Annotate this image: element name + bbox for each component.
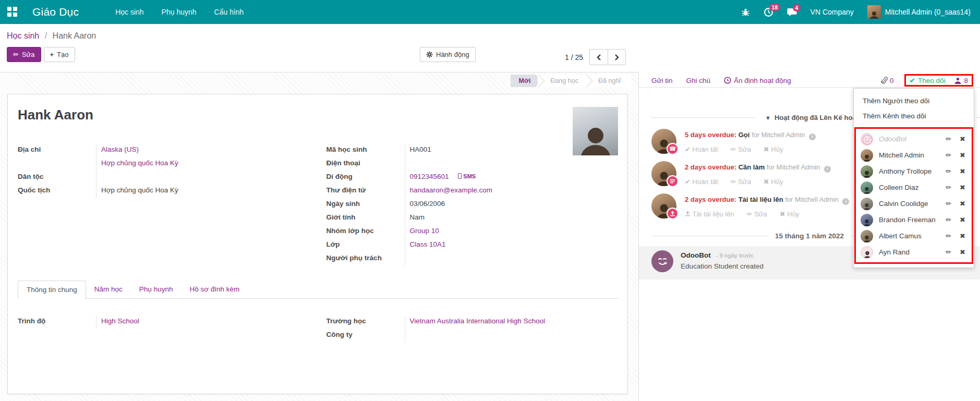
mobile-label: Di động bbox=[326, 171, 405, 180]
send-sms-button[interactable]: SMS bbox=[458, 173, 476, 179]
school-value-link[interactable]: Vietnam Australia International High Sch… bbox=[410, 317, 545, 325]
activity-upload-button[interactable]: Tải tài liệu lên bbox=[685, 210, 734, 218]
remove-follower-icon[interactable]: ✖ bbox=[960, 167, 965, 175]
follower-name[interactable]: Ayn Rand bbox=[879, 248, 937, 256]
schedule-activity-button[interactable]: Ấn định hoạt động bbox=[724, 77, 791, 84]
attachments-button[interactable]: 0 bbox=[881, 77, 894, 84]
tab-attachments[interactable]: Hồ sơ đính kèm bbox=[181, 281, 248, 299]
follower-name[interactable]: Mitchell Admin bbox=[879, 151, 937, 159]
company-switcher[interactable]: VN Company bbox=[810, 8, 854, 16]
remove-follower-icon[interactable]: ✖ bbox=[960, 184, 965, 191]
breadcrumb-separator: / bbox=[45, 31, 47, 40]
odoo-education-app: Giáo Dục Học sinh Phụ huynh Cấu hình 18 … bbox=[0, 0, 980, 401]
navbar-right: 18 4 VN Company Mitchell Admin (0_saas14… bbox=[741, 5, 971, 19]
tab-school-year[interactable]: Năm học bbox=[86, 281, 131, 299]
remove-follower-icon[interactable]: ✖ bbox=[960, 200, 965, 208]
right-field-column: Mã học sinh HA001 Điện thoại Di động 091… bbox=[318, 144, 619, 266]
activity-done-button[interactable]: ✔ Hoàn tất bbox=[685, 145, 718, 153]
email-value-link[interactable]: handaaron@example.com bbox=[410, 186, 493, 194]
follow-button[interactable]: ✔Theo dõi bbox=[910, 76, 946, 84]
activity-assignee: for Mitchell Admin bbox=[752, 131, 805, 139]
follower-name[interactable]: Brandon Freeman bbox=[879, 216, 937, 224]
edit-follower-icon[interactable]: ✏ bbox=[946, 167, 951, 175]
follower-name[interactable]: OdooBot bbox=[879, 135, 937, 143]
follower-avatar bbox=[861, 198, 873, 210]
activity-edit-button[interactable]: ✏ Sửa bbox=[731, 145, 751, 153]
follower-avatar bbox=[861, 246, 873, 259]
activity-cancel-button[interactable]: ✖ Hủy bbox=[764, 178, 783, 186]
menu-students[interactable]: Học sinh bbox=[115, 8, 143, 16]
remove-follower-icon[interactable]: ✖ bbox=[960, 232, 965, 240]
ethnicity-label: Dân tộc bbox=[18, 171, 96, 180]
remove-follower-icon[interactable]: ✖ bbox=[960, 151, 965, 159]
follower-name[interactable]: Anthony Trollope bbox=[879, 167, 937, 175]
mobile-value-link[interactable]: 0912345601 bbox=[410, 173, 449, 180]
message-author[interactable]: OdooBot bbox=[681, 251, 711, 259]
menu-config[interactable]: Cấu hình bbox=[214, 8, 244, 16]
debug-bug-icon[interactable] bbox=[741, 8, 750, 17]
follower-name[interactable]: Colleen Diaz bbox=[879, 184, 937, 191]
apps-menu-icon[interactable] bbox=[7, 7, 18, 17]
info-icon[interactable]: i bbox=[824, 166, 831, 173]
edit-follower-icon[interactable]: ✏ bbox=[946, 184, 951, 191]
remove-follower-icon[interactable]: ✖ bbox=[960, 216, 965, 224]
breadcrumb-current: Hank Aaron bbox=[53, 31, 96, 40]
send-message-button[interactable]: Gửi tin bbox=[651, 77, 673, 84]
address-label: Địa chỉ bbox=[18, 144, 96, 153]
messages-icon[interactable]: 4 bbox=[787, 8, 797, 17]
info-icon[interactable]: i bbox=[842, 198, 849, 205]
add-channel-menu-item[interactable]: Thêm Kênh theo dõi bbox=[854, 108, 974, 124]
nationality-value: Hợp chủng quốc Hoa Kỳ bbox=[96, 185, 318, 198]
edit-button[interactable]: ✏Sửa bbox=[7, 47, 41, 62]
nationality-label: Quốc tịch bbox=[18, 185, 96, 194]
planned-activities-title[interactable]: Hoạt động đã Lên Kế hoạch bbox=[775, 114, 864, 121]
supervisor-value bbox=[405, 252, 619, 266]
collapse-caret-icon[interactable]: ▼ bbox=[765, 115, 771, 121]
info-icon[interactable]: i bbox=[809, 133, 816, 140]
followers-button[interactable]: 8 bbox=[954, 77, 968, 84]
address-country-link[interactable]: Hợp chủng quốc Hoa Kỳ bbox=[101, 159, 178, 167]
edit-follower-icon[interactable]: ✏ bbox=[946, 135, 951, 143]
user-menu[interactable]: Mitchell Admin (0_saas14) bbox=[867, 5, 971, 19]
activity-cancel-button[interactable]: ✖ Hủy bbox=[780, 210, 800, 218]
menu-parents[interactable]: Phụ huynh bbox=[162, 8, 197, 16]
edit-follower-icon[interactable]: ✏ bbox=[946, 151, 951, 159]
tab-general-info[interactable]: Thông tin chung bbox=[18, 281, 86, 299]
edit-follower-icon[interactable]: ✏ bbox=[946, 216, 951, 224]
user-avatar bbox=[867, 5, 881, 19]
pager-next-button[interactable] bbox=[608, 49, 626, 65]
address-state-link[interactable]: Alaska (US) bbox=[101, 145, 139, 153]
gear-icon bbox=[426, 51, 433, 58]
chevron-right-icon bbox=[614, 54, 619, 60]
follower-name[interactable]: Calvin Coolidge bbox=[879, 200, 937, 208]
activity-done-button[interactable]: ✔ Hoàn tất bbox=[685, 178, 718, 186]
follower-name[interactable]: Albert Camus bbox=[879, 232, 937, 240]
edit-follower-icon[interactable]: ✏ bbox=[946, 200, 951, 208]
add-follower-menu-item[interactable]: Thêm Người theo dõi bbox=[854, 93, 974, 108]
breadcrumb-students[interactable]: Học sinh bbox=[7, 31, 39, 40]
remove-follower-icon[interactable]: ✖ bbox=[960, 248, 965, 256]
edit-follower-icon[interactable]: ✏ bbox=[946, 248, 951, 256]
activity-edit-button[interactable]: ✏ Sửa bbox=[731, 178, 751, 186]
activity-cancel-button[interactable]: ✖ Hủy bbox=[764, 145, 783, 153]
activity-edit-button[interactable]: ✏ Sửa bbox=[747, 210, 767, 218]
tab-parents[interactable]: Phụ huynh bbox=[131, 281, 182, 299]
class-group-link[interactable]: Group 10 bbox=[410, 227, 439, 235]
action-menu-button[interactable]: Hành động bbox=[420, 47, 476, 62]
app-title[interactable]: Giáo Dục bbox=[32, 6, 79, 18]
school-label: Trường học bbox=[326, 315, 405, 325]
tab-content: Trình độ High School Trường học Vietnam … bbox=[18, 299, 618, 343]
log-note-button[interactable]: Ghi chú bbox=[686, 77, 711, 84]
left-field-column: Địa chỉ Alaska (US) Hợp chủng quốc Hoa K… bbox=[18, 144, 318, 266]
activity-clock-icon[interactable]: 18 bbox=[764, 7, 773, 17]
remove-follower-icon[interactable]: ✖ bbox=[960, 135, 965, 143]
level-value-link[interactable]: High School bbox=[101, 317, 139, 325]
statusbar: Mới Đang học Đã nghỉ bbox=[511, 75, 631, 87]
pager-previous-button[interactable] bbox=[589, 49, 608, 65]
activity-count-badge: 18 bbox=[769, 4, 781, 11]
create-button[interactable]: +Tạo bbox=[44, 47, 75, 62]
class-link[interactable]: Class 10A1 bbox=[410, 240, 446, 248]
field-columns: Địa chỉ Alaska (US) Hợp chủng quốc Hoa K… bbox=[18, 144, 618, 266]
form-view: Mới Đang học Đã nghỉ Hank Aaron Địa chỉ … bbox=[0, 72, 638, 401]
edit-follower-icon[interactable]: ✏ bbox=[946, 232, 951, 240]
